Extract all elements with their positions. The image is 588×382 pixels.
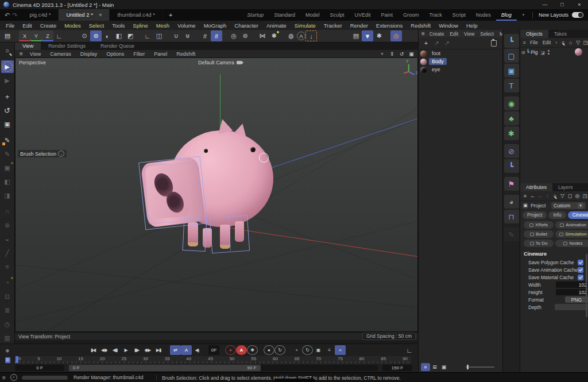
stage-button[interactable]: ⊓ [504, 210, 519, 223]
target-b-button[interactable]: ⊚ [239, 30, 251, 41]
load-material-button[interactable]: ↗ [431, 38, 442, 48]
menu-item[interactable]: Spline [129, 22, 152, 29]
record-objects-button[interactable]: ● [264, 345, 274, 355]
add-keyframe-button[interactable]: ◆ [6, 348, 10, 353]
flag-tool-button[interactable]: ⚑ [504, 177, 519, 191]
list-view-button[interactable]: ≡ [421, 363, 430, 371]
number-field[interactable]: 102 [556, 289, 588, 295]
expand-chevron-icon[interactable]: › [58, 151, 64, 157]
polygon-mode-button[interactable]: ◩ [125, 30, 136, 41]
menu-item[interactable]: Edit [18, 22, 36, 29]
y-axis-lock-button[interactable]: Y [30, 30, 42, 41]
edge-mode-button[interactable]: ◧ [113, 30, 125, 41]
pen-tool-button[interactable]: ┗ [504, 34, 519, 48]
material-size-slider[interactable] [466, 366, 494, 368]
sculpt-pull-button[interactable]: ✎ [1, 134, 14, 146]
attr-lock-button[interactable]: ◻ [566, 192, 574, 200]
viewport-menu-item[interactable]: Filter [129, 51, 149, 57]
menu-item[interactable]: Tracker [320, 22, 346, 29]
mask-tool-button[interactable]: ◒ [1, 233, 14, 245]
material-foot[interactable]: foot [419, 49, 502, 57]
viewport-menu-item[interactable]: Redshift [172, 51, 200, 57]
menu-item[interactable]: Simulate [291, 22, 320, 29]
attr-filter-button[interactable]: ▽ [559, 192, 566, 200]
pan-view-button[interactable]: + [378, 51, 386, 57]
timeline-ruler[interactable]: 051015202530354045505560657075808590 [15, 356, 411, 364]
stamp-tool-button[interactable]: ⊡ [1, 290, 14, 303]
vp-tab-view[interactable]: View [15, 43, 41, 50]
mesh-tool-b-button[interactable]: ◨ [1, 189, 14, 202]
text-primitive-button[interactable]: T [504, 79, 519, 92]
om-menu-icon[interactable]: ≡ [521, 40, 528, 45]
layout-tab-script[interactable]: Script [447, 9, 471, 21]
render-picture-viewer-button[interactable]: ▼ [362, 30, 373, 41]
z-axis-lock-button[interactable]: Z [42, 30, 53, 41]
prev-frame-button[interactable]: ◀▮ [110, 345, 121, 355]
attr-target-button[interactable]: ◎ [574, 192, 581, 200]
layout-tab-track[interactable]: Track [424, 9, 447, 21]
checkbox[interactable] [578, 275, 583, 280]
material-menu-item[interactable]: Select [477, 31, 497, 37]
render-settings-button[interactable]: ✱ [373, 30, 385, 41]
layout-tab-sculpt[interactable]: Sculpt [324, 9, 349, 21]
viewport-solo-button[interactable]: ◍ [285, 30, 297, 41]
material-tag-icon[interactable] [575, 48, 582, 56]
autokeying-button[interactable]: A [236, 345, 247, 355]
visibility-dots-icon[interactable] [548, 50, 550, 55]
deformer-button[interactable]: ⊘ [504, 144, 519, 158]
menu-item[interactable]: Mesh [152, 22, 173, 29]
record-rotation-button[interactable]: ↻ [274, 345, 285, 355]
number-field[interactable]: 102 [556, 281, 588, 288]
menu-item[interactable]: Tools [108, 22, 129, 29]
viewport-menu-item[interactable]: Options [102, 51, 129, 57]
om-search-button[interactable]: ○ [559, 39, 567, 47]
key-rotation-toggle[interactable]: ↻ [302, 345, 313, 355]
dolly-view-button[interactable]: ⇕ [388, 51, 396, 57]
layout-tab-paint[interactable]: Paint [376, 9, 398, 21]
orbit-view-button[interactable]: ↺ [397, 51, 406, 57]
current-frame-box[interactable]: 0 F [15, 365, 64, 371]
history-tool-button[interactable]: ◷ [1, 318, 14, 330]
smooth-tool-button[interactable]: ◔ [1, 276, 14, 289]
format-dropdown[interactable]: PNG [565, 296, 588, 303]
attr-menu-button[interactable]: ≡ [521, 192, 529, 200]
tab-takes[interactable]: Takes [548, 30, 572, 38]
menu-item[interactable]: Animate [262, 22, 291, 29]
attr-back-button[interactable]: ← [529, 192, 536, 200]
new-document-button[interactable]: + [163, 11, 178, 18]
tab-objects[interactable]: Objects [520, 30, 548, 38]
section-title[interactable]: Cineware [520, 248, 588, 258]
menu-item[interactable]: Help [462, 22, 482, 29]
layout-tab-model[interactable]: Model [300, 9, 325, 21]
edit-tool-button[interactable]: ✎ [504, 227, 519, 241]
key-scale-toggle[interactable]: ▣ [313, 345, 324, 355]
viewport-menu-item[interactable]: Panel [149, 51, 172, 57]
scale-tool-button[interactable]: ▣ [1, 118, 14, 130]
arch-tool-button[interactable]: ∩ [1, 205, 14, 218]
attr-tab-info[interactable]: Info [548, 211, 566, 219]
doc-tab-untitled2[interactable]: Untitled 2 *× [59, 9, 110, 21]
menu-item[interactable]: Select [85, 22, 108, 29]
viewport-menu-item[interactable]: Display [76, 51, 102, 57]
attr-group-animation[interactable]: Animation [555, 221, 588, 229]
field-button[interactable]: ✱ [504, 126, 519, 140]
goto-start-button[interactable]: ▮◀ [88, 345, 99, 355]
attr-expand-button[interactable]: ◳ [581, 192, 588, 200]
om-menu-item[interactable]: File [528, 40, 540, 45]
viewport-canvas[interactable]: Perspective Default Camera Brush Selecti… [15, 57, 418, 332]
menu-item[interactable]: Extensions [372, 22, 407, 29]
snap-button[interactable]: # [211, 30, 222, 41]
close-tab-icon[interactable]: × [99, 11, 102, 18]
camera-label[interactable]: Default Camera [198, 60, 242, 65]
spline-primitive-button[interactable]: ▢ [504, 49, 519, 63]
model-mode-button[interactable]: ⊙ [79, 30, 90, 41]
cube-primitive-button[interactable]: ▣ [504, 64, 519, 78]
menu-item[interactable]: Character [230, 22, 262, 29]
menu-item[interactable]: Create [36, 22, 61, 29]
checkbox[interactable] [578, 260, 583, 265]
attr-group-simulation[interactable]: Simulation [555, 230, 588, 238]
play-button[interactable]: ▶ [121, 345, 131, 355]
material-menu-item[interactable]: View [461, 31, 477, 37]
symmetry-button[interactable]: ⋈ [257, 30, 268, 41]
maximize-view-button[interactable]: ▣ [407, 51, 416, 57]
